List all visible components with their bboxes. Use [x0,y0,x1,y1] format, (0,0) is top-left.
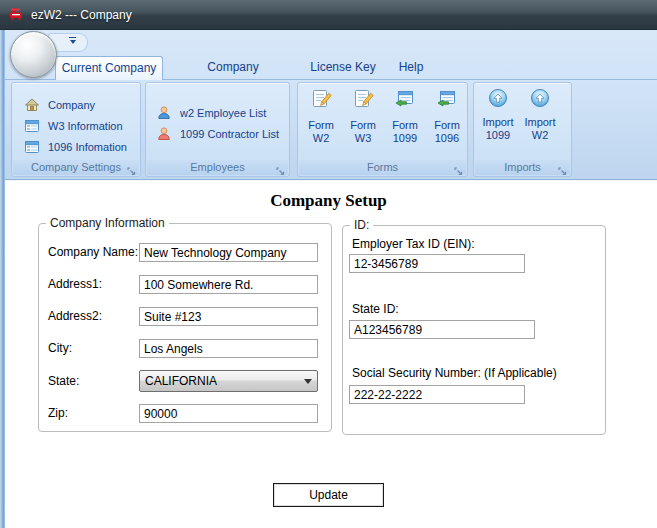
form-edit-icon [352,88,374,110]
ribbon-group-label: Forms [299,160,466,175]
form-export-icon [394,88,416,110]
dialog-launcher-icon[interactable] [127,163,137,173]
company-information-legend: Company Information [46,216,169,230]
id-groupbox: ID: Employer Tax ID (EIN): State ID: Soc… [342,225,606,435]
ribbon-group-label: Company Settings [13,160,139,175]
ein-field[interactable] [349,254,525,273]
ribbon-item-label: 1099 Contractor List [180,128,279,140]
zip-label: Zip: [48,406,68,420]
ribbon-item-label: 1096 Infomation [48,141,127,153]
ribbon-item-label: W3 Information [48,120,123,132]
address2-label: Address2: [48,309,102,323]
ribbon-item-label: Form [385,119,425,132]
ribbon-item-form-w3[interactable]: FormW3 [343,85,383,161]
dialog-launcher-icon[interactable] [454,163,464,173]
application-orb-button[interactable] [10,31,57,78]
table-icon [24,118,40,134]
ribbon-item-form-1099[interactable]: Form1099 [385,85,425,161]
ribbon-group-company-settings: Company W3 Information 1 [11,82,141,177]
ribbon-item-label: Company [48,99,95,111]
title-bar: ezW2 --- Company [0,0,657,30]
person-red-icon [156,126,172,142]
company-information-groupbox: Company Information Company Name: Addres… [38,223,332,432]
tab-help[interactable]: Help [386,56,436,79]
import-icon [531,89,549,107]
ribbon-group-imports: Import1099 ImportW2 Imports [473,82,572,177]
ribbon-item-import-1099[interactable]: Import1099 [478,85,518,161]
ribbon-group-employees: w2 Employee List 1099 Contractor List Em… [145,82,290,177]
state-label: State: [48,374,79,388]
city-label: City: [48,341,72,355]
company-name-label: Company Name: [48,245,138,259]
tab-company-management[interactable]: Company Management [172,56,294,79]
state-selected-value: CALIFORNIA [145,374,217,388]
ribbon-item-form-1096[interactable]: Form1096 [427,85,467,161]
ribbon-item-label: 1096 [427,132,467,145]
ribbon-item-w3-information[interactable]: W3 Information [24,117,123,134]
home-icon [24,97,40,113]
address2-field[interactable] [139,307,318,326]
app-logo-icon [9,7,24,22]
state-id-label: State ID: [352,302,399,316]
ribbon-item-label: Form [301,119,341,132]
ribbon-item-label: Form [427,119,467,132]
state-id-field[interactable] [349,320,535,339]
ribbon-item-label: 1099 [478,129,518,142]
ribbon-item-label: W2 [520,129,560,142]
import-icon [489,89,507,107]
ribbon-group-label: Imports [475,160,570,175]
ribbon-item-form-w2[interactable]: FormW2 [301,85,341,161]
person-blue-icon [156,105,172,121]
dialog-launcher-icon[interactable] [276,163,286,173]
ribbon-item-label: w2 Employee List [180,107,266,119]
ribbon-item-label: W3 [343,132,383,145]
ein-label: Employer Tax ID (EIN): [352,237,474,251]
ssn-field[interactable] [349,385,525,404]
ribbon-group-label: Employees [147,160,288,175]
form-edit-icon [310,88,332,110]
ribbon-item-company[interactable]: Company [24,96,95,113]
tab-license-key[interactable]: License Key [302,56,384,79]
zip-field[interactable] [139,404,318,423]
group-label-text: Forms [367,161,398,173]
group-label-text: Company Settings [31,161,121,173]
group-label-text: Imports [504,161,541,173]
chevron-down-icon [304,379,312,384]
qat-dropdown-icon[interactable] [68,37,77,44]
ribbon-item-label: W2 [301,132,341,145]
table-icon [24,139,40,155]
company-name-field[interactable] [139,243,318,262]
group-label-text: Employees [190,161,244,173]
window-title: ezW2 --- Company [31,8,132,22]
ribbon-item-1096-information[interactable]: 1096 Infomation [24,138,127,155]
ssn-label: Social Security Number: (If Applicable) [352,366,557,380]
address1-field[interactable] [139,275,318,294]
tab-current-company[interactable]: Current Company [55,56,163,80]
dialog-launcher-icon[interactable] [558,163,568,173]
id-legend: ID: [350,218,373,232]
ribbon-item-label: 1099 [385,132,425,145]
ribbon-item-1099-contractor-list[interactable]: 1099 Contractor List [156,125,279,142]
city-field[interactable] [139,339,318,358]
form-export-icon [436,88,458,110]
update-button[interactable]: Update [273,483,384,507]
ribbon-item-label: Form [343,119,383,132]
ribbon-group-forms: FormW2 FormW3 Form1099 [297,82,468,177]
state-select[interactable]: CALIFORNIA [139,370,318,392]
page-title: Company Setup [0,191,657,211]
ribbon-item-label: Import [478,116,518,129]
ribbon-item-label: Import [520,116,560,129]
address1-label: Address1: [48,277,102,291]
ribbon-item-import-w2[interactable]: ImportW2 [520,85,560,161]
ribbon-item-w2-employee-list[interactable]: w2 Employee List [156,104,266,121]
